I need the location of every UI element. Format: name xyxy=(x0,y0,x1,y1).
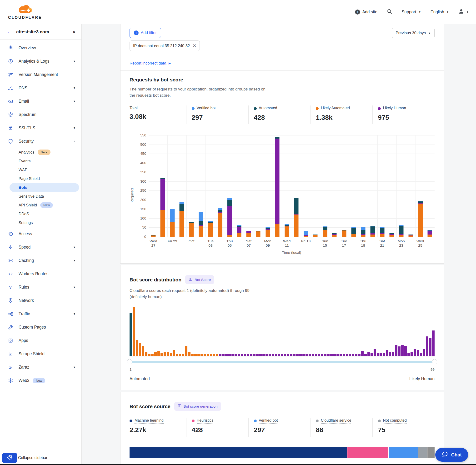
histogram-bar[interactable] xyxy=(414,349,416,356)
sidebar-subitem-analytics[interactable]: AnalyticsBeta xyxy=(0,148,81,157)
histogram-bar[interactable] xyxy=(417,350,419,356)
histogram-bar[interactable] xyxy=(201,354,203,356)
sidebar-subitem-events[interactable]: Events xyxy=(0,157,81,166)
histogram-bar[interactable] xyxy=(164,352,166,356)
sidebar-item-web3[interactable]: Web3New xyxy=(0,374,81,387)
sidebar-item-workers-routes[interactable]: Workers Routes xyxy=(0,267,81,280)
histogram-bar[interactable] xyxy=(339,354,342,356)
sidebar-item-scrape-shield[interactable]: Scrape Shield xyxy=(0,347,81,360)
slider-handle-max[interactable] xyxy=(432,359,437,364)
stat-label[interactable]: Automated xyxy=(259,106,277,111)
account-menu[interactable]: ▼ xyxy=(458,9,469,15)
histogram-bar[interactable] xyxy=(321,354,323,356)
histogram-bar[interactable] xyxy=(284,354,286,356)
histogram-bar[interactable] xyxy=(343,354,345,356)
histogram-bar[interactable] xyxy=(404,346,407,356)
report-incorrect-data-link[interactable]: Report incorrect data ▶ xyxy=(120,56,444,71)
histogram-bar[interactable] xyxy=(269,354,271,356)
stat-label[interactable]: Machine learning xyxy=(135,418,164,423)
stacked-bar[interactable] xyxy=(265,227,270,237)
stacked-bar[interactable] xyxy=(361,227,366,237)
sidebar-item-overview[interactable]: Overview xyxy=(0,41,81,54)
back-arrow-icon[interactable]: ← xyxy=(7,29,12,35)
histogram-bar[interactable] xyxy=(182,354,184,356)
histogram-bar[interactable] xyxy=(133,307,135,356)
histogram-bar[interactable] xyxy=(241,354,243,356)
site-switcher[interactable]: ← cftestsite3.com ▶ xyxy=(0,24,81,40)
source-segment-verified-bot[interactable] xyxy=(389,447,417,458)
support-menu[interactable]: Support ▼ xyxy=(402,10,421,14)
histogram-bar[interactable] xyxy=(219,354,222,356)
language-menu[interactable]: English ▼ xyxy=(431,10,449,14)
stacked-bar[interactable] xyxy=(237,225,241,237)
histogram-bar[interactable] xyxy=(250,354,252,356)
stacked-bar[interactable] xyxy=(189,222,194,237)
histogram-bar[interactable] xyxy=(302,354,305,356)
histogram-bar[interactable] xyxy=(290,354,292,356)
close-icon[interactable]: ✕ xyxy=(193,43,196,48)
histogram-bar[interactable] xyxy=(296,354,299,356)
slider-track[interactable] xyxy=(129,361,434,363)
sidebar-item-security[interactable]: Security▲ xyxy=(0,135,81,148)
histogram-bar[interactable] xyxy=(247,354,249,356)
histogram-bar[interactable] xyxy=(256,354,259,356)
histogram-bar[interactable] xyxy=(228,354,231,356)
histogram-bar[interactable] xyxy=(278,354,280,356)
sidebar-subitem-api-shield[interactable]: API ShieldNew xyxy=(0,201,81,210)
histogram-bar[interactable] xyxy=(232,354,234,356)
sidebar-subitem-sensitive-data[interactable]: Sensitive Data xyxy=(0,192,81,201)
histogram-bar[interactable] xyxy=(185,346,187,356)
histogram-bar[interactable] xyxy=(216,354,218,356)
sidebar-subitem-waf[interactable]: WAF xyxy=(0,166,81,174)
stacked-bar[interactable] xyxy=(408,234,413,237)
sidebar-item-ssl-tls[interactable]: SSL/TLS▼ xyxy=(0,121,81,135)
histogram-bar[interactable] xyxy=(191,354,194,356)
stat-label[interactable]: Verified bot xyxy=(259,418,278,423)
chat-button[interactable]: Chat xyxy=(435,448,468,462)
histogram-bar[interactable] xyxy=(287,354,289,356)
histogram-bar[interactable] xyxy=(429,338,432,356)
histogram-bar[interactable] xyxy=(324,354,327,356)
histogram-bar[interactable] xyxy=(293,354,296,356)
histogram-bar[interactable] xyxy=(142,346,144,356)
sidebar-subitem-ddos[interactable]: DDoS xyxy=(0,210,81,218)
stacked-bar[interactable] xyxy=(332,232,337,237)
stat-label[interactable]: Not computed xyxy=(383,418,407,423)
sidebar-item-speed[interactable]: Speed▼ xyxy=(0,241,81,254)
sidebar-item-network[interactable]: Network xyxy=(0,294,81,307)
stacked-bar[interactable] xyxy=(428,230,432,237)
histogram-bar[interactable] xyxy=(259,354,262,356)
stacked-bar[interactable] xyxy=(294,198,299,237)
stacked-bar[interactable] xyxy=(199,212,203,237)
source-segment-cloudflare-service[interactable] xyxy=(418,447,427,458)
histogram-bar[interactable] xyxy=(337,354,339,356)
histogram-bar[interactable] xyxy=(194,354,197,356)
stacked-bar[interactable] xyxy=(380,227,385,237)
histogram-bar[interactable] xyxy=(352,354,354,356)
sidebar-item-email[interactable]: Email▼ xyxy=(0,95,81,108)
stacked-bar[interactable] xyxy=(218,208,222,237)
histogram-bar[interactable] xyxy=(234,354,237,356)
histogram-bar[interactable] xyxy=(222,354,224,356)
histogram-bar[interactable] xyxy=(272,354,274,356)
stat-label[interactable]: Cloudflare service xyxy=(321,418,351,423)
histogram-bar[interactable] xyxy=(346,354,348,356)
stacked-bar[interactable] xyxy=(160,178,165,237)
histogram-bar[interactable] xyxy=(253,354,255,356)
histogram-bar[interactable] xyxy=(411,352,413,356)
cloudflare-logo[interactable]: CLOUDFLARE xyxy=(7,4,43,20)
stacked-bar[interactable] xyxy=(418,201,423,237)
histogram-bar[interactable] xyxy=(151,354,154,356)
sidebar-subitem-settings[interactable]: Settings xyxy=(0,218,81,227)
slider-handle-min[interactable] xyxy=(127,359,132,364)
sidebar-item-analytics-logs[interactable]: Analytics & Logs▼ xyxy=(0,54,81,68)
source-segment-heuristics[interactable] xyxy=(348,447,388,458)
histogram-bar[interactable] xyxy=(377,353,379,356)
histogram-bar[interactable] xyxy=(176,354,178,356)
histogram-bar[interactable] xyxy=(244,354,246,356)
stacked-bar[interactable] xyxy=(313,234,318,237)
stacked-bar[interactable] xyxy=(246,231,251,237)
histogram-bar[interactable] xyxy=(309,354,311,356)
histogram-bar[interactable] xyxy=(315,354,317,356)
histogram-bar[interactable] xyxy=(179,354,181,356)
